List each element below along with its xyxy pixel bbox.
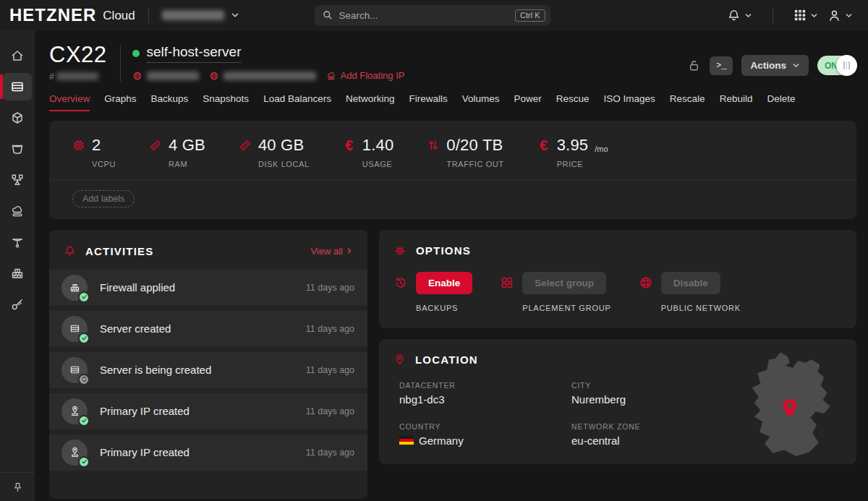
tab-volumes[interactable]: Volumes	[462, 93, 500, 111]
enable-backups-button[interactable]: Enable	[416, 272, 472, 294]
tab-backups[interactable]: Backups	[151, 93, 189, 111]
stat-suffix: /mo	[595, 145, 608, 155]
sidebar-item-floating-ips[interactable]	[3, 197, 32, 225]
chevron-down-icon	[845, 12, 853, 20]
stat-traffic: 0/20 TB TRAFFIC OUT	[427, 136, 503, 168]
ipv4-address[interactable]	[132, 71, 199, 81]
search-bar[interactable]: Ctrl K	[315, 5, 550, 25]
success-badge-icon	[78, 456, 90, 468]
globe-icon	[639, 275, 653, 290]
server-id-redacted	[56, 72, 98, 80]
power-toggle-knob	[836, 55, 857, 76]
activity-text: Primary IP created	[100, 405, 190, 417]
option-backups: Enable BACKUPS	[393, 272, 472, 312]
sidebar-item-servers[interactable]	[3, 73, 32, 100]
cube-icon	[10, 111, 25, 125]
project-name-redacted	[162, 10, 224, 20]
grid-apps-icon	[793, 9, 807, 22]
main-content: CX22 # self-host-server	[35, 30, 868, 501]
select-placement-group-button[interactable]: Select group	[522, 272, 606, 294]
activity-row[interactable]: Server is being created 11 days ago	[49, 352, 367, 388]
tab-snapshots[interactable]: Snapshots	[203, 93, 249, 111]
sidebar-item-security[interactable]	[3, 291, 32, 318]
euro-icon: €	[343, 138, 356, 153]
account-menu[interactable]	[825, 7, 855, 25]
activity-time: 11 days ago	[306, 283, 354, 293]
divider	[773, 7, 773, 23]
product-name: Cloud	[103, 9, 135, 23]
search-input[interactable]	[339, 10, 516, 21]
tab-rebuild[interactable]: Rebuild	[720, 93, 753, 111]
add-labels-button[interactable]: Add labels	[72, 190, 135, 207]
stat-vcpu: 2 VCPU	[72, 136, 116, 168]
disable-public-network-button[interactable]: Disable	[661, 272, 720, 294]
floating-ip-icon	[326, 71, 336, 81]
stat-value: 3.95	[557, 136, 589, 155]
activities-title: ACTIVITIES	[85, 245, 154, 257]
networks-icon	[10, 235, 25, 249]
tab-firewalls[interactable]: Firewalls	[409, 93, 447, 111]
activity-time: 11 days ago	[306, 324, 354, 334]
divider	[148, 7, 149, 23]
tab-rescale[interactable]: Rescale	[670, 93, 705, 111]
success-badge-icon	[78, 333, 90, 344]
activity-row[interactable]: Server created 11 days ago	[49, 311, 367, 347]
sidebar-footer	[0, 472, 35, 501]
tab-overview[interactable]: Overview	[49, 93, 90, 111]
firewall-icon	[10, 266, 25, 281]
activity-row[interactable]: Primary IP created 11 days ago	[49, 434, 367, 471]
success-badge-icon	[78, 415, 90, 427]
chevron-down-icon	[792, 61, 800, 69]
stat-value: 1.40	[362, 136, 394, 155]
servers-icon	[10, 80, 25, 94]
sidebar-item-home[interactable]	[3, 42, 32, 69]
sidebar-item-images[interactable]	[3, 104, 32, 132]
server-name[interactable]: self-host-server	[147, 44, 242, 63]
actions-button[interactable]: Actions	[741, 55, 809, 76]
options-title: OPTIONS	[416, 244, 471, 257]
sidebar-item-volumes[interactable]	[3, 135, 32, 163]
user-icon	[827, 9, 841, 22]
sidebar-item-networks[interactable]	[3, 228, 32, 256]
placement-group-icon	[500, 275, 514, 290]
cpu-chip-icon	[72, 139, 85, 152]
activity-row[interactable]: Firewall applied 11 days ago	[49, 270, 367, 306]
tab-graphs[interactable]: Graphs	[104, 93, 136, 111]
sidebar-item-firewalls[interactable]	[3, 260, 32, 287]
activity-row[interactable]: Primary IP created 11 days ago	[49, 393, 367, 429]
tab-delete[interactable]: Delete	[767, 93, 795, 111]
globe-icon	[132, 71, 142, 81]
stat-value: 0/20 TB	[446, 136, 503, 155]
chevron-down-icon	[231, 11, 239, 20]
tab-load-balancers[interactable]: Load Balancers	[263, 93, 331, 111]
stat-value: 2	[92, 136, 101, 155]
server-plan: CX22	[49, 43, 107, 67]
activity-time: 11 days ago	[306, 365, 354, 375]
disk-icon	[239, 139, 252, 152]
bell-icon	[64, 245, 76, 257]
ipv6-address[interactable]	[209, 71, 316, 81]
view-all-link[interactable]: View all	[310, 246, 353, 257]
left-sidebar	[0, 30, 35, 501]
apps-menu[interactable]	[791, 7, 820, 24]
server-stats-card: 2 VCPU 4 GB RAM 40 GB DISK LO	[49, 121, 856, 219]
chevron-down-icon	[744, 12, 752, 20]
tab-rescue[interactable]: Rescue	[556, 93, 590, 111]
activities-panel: ACTIVITIES View all Firewall applied 11 …	[49, 230, 367, 499]
activity-time: 11 days ago	[306, 448, 354, 458]
project-switcher[interactable]	[162, 10, 239, 20]
notifications-menu[interactable]	[725, 7, 754, 25]
tab-iso-images[interactable]: ISO Images	[604, 93, 655, 111]
field-value: nbg1-dc3	[399, 393, 571, 406]
tab-power[interactable]: Power	[514, 93, 542, 111]
pin-sidebar-icon[interactable]	[12, 481, 24, 494]
console-button[interactable]: >_	[710, 56, 733, 75]
sidebar-item-load-balancers[interactable]	[3, 166, 32, 194]
tab-networking[interactable]: Networking	[346, 93, 395, 111]
stat-label: DISK LOCAL	[239, 160, 310, 168]
field-network-zone: NETWORK ZONE eu-central	[571, 422, 739, 447]
firewall-icon	[69, 281, 81, 294]
add-floating-ip-link[interactable]: Add Floating IP	[326, 70, 405, 81]
unlock-icon[interactable]	[687, 59, 701, 72]
power-toggle[interactable]: ON	[817, 56, 856, 75]
